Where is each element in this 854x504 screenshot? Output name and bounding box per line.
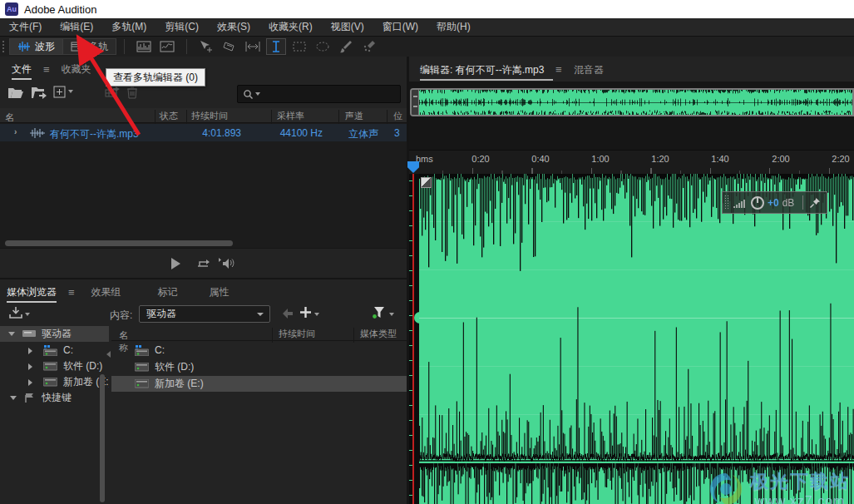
tab-files[interactable]: 文件 — [8, 57, 35, 82]
auto-play-speaker-icon[interactable] — [218, 256, 234, 270]
menu-multitrack[interactable]: 多轨(M) — [102, 18, 155, 36]
tab-markers[interactable]: 标记 — [155, 279, 181, 304]
insert-into-multitrack-icon[interactable] — [105, 86, 121, 99]
filter-icon[interactable] — [372, 306, 387, 319]
spot-healing-brush-tool-icon[interactable] — [359, 38, 379, 55]
timeline-major-ticks — [472, 168, 854, 174]
timeline-ruler[interactable]: hms 0:20 0:40 1:00 1:20 1:40 2:00 2:20 — [409, 150, 854, 174]
pin-icon[interactable] — [809, 197, 821, 209]
search-icon — [243, 89, 254, 100]
overview-range-handle[interactable] — [412, 90, 419, 115]
content-dropdown[interactable]: 驱动器 — [139, 305, 270, 323]
gain-hud[interactable]: +0 dB — [722, 191, 827, 214]
spectral-pitch-icon[interactable] — [157, 38, 177, 55]
tab-properties[interactable]: 属性 — [206, 279, 233, 304]
tab-media-browser[interactable]: 媒体浏览器 — [3, 279, 60, 304]
file-row[interactable]: › 有何不可--许嵩.mp3 4:01.893 44100 Hz 立体声 3 — [0, 124, 407, 141]
watermark-site-url: www.xz7.com — [755, 494, 846, 504]
delete-icon[interactable] — [126, 86, 138, 99]
files-horizontal-scrollbar[interactable] — [0, 239, 407, 248]
play-button[interactable] — [171, 258, 180, 269]
editor-panel-menu-icon[interactable]: ≡ — [555, 63, 562, 76]
column-sample-rate[interactable]: 采样率 — [277, 110, 304, 122]
window-title: Adobe Audition — [24, 3, 96, 16]
gain-value[interactable]: +0 — [768, 197, 779, 209]
column-channels[interactable]: 声道 — [345, 110, 363, 122]
menu-file[interactable]: 文件(F) — [0, 18, 51, 36]
back-arrow-icon[interactable] — [281, 308, 294, 319]
list-item-drive-e[interactable]: 新加卷 (E:) — [111, 376, 407, 392]
open-file-icon[interactable] — [7, 86, 24, 99]
menu-help[interactable]: 帮助(H) — [427, 18, 480, 36]
tab-favorites[interactable]: 收藏夹 — [58, 57, 95, 82]
multitrack-view-button[interactable]: 多轨 — [63, 38, 116, 55]
marquee-selection-tool-icon[interactable] — [289, 38, 309, 55]
waveform-view-button[interactable]: 波形 — [9, 38, 63, 55]
import-file-icon[interactable] — [31, 86, 49, 99]
waveform-overview-strip[interactable] — [410, 88, 854, 116]
search-input[interactable] — [237, 85, 401, 103]
tab-editor[interactable]: 编辑器: 有何不可--许嵩.mp3 — [420, 63, 544, 77]
hud-drag-handle[interactable] — [724, 195, 729, 210]
waveform-view-icon — [17, 41, 31, 52]
timeline-tick-label: 1:20 — [642, 154, 679, 164]
list-item-drive-c[interactable]: C: — [111, 343, 407, 358]
expand-chevron-icon — [28, 348, 32, 354]
tree-item-drive-e[interactable]: 新加卷 (E:) — [0, 374, 109, 390]
menu-clip[interactable]: 剪辑(C) — [155, 18, 208, 36]
menu-view[interactable]: 视图(V) — [322, 18, 373, 36]
menu-window[interactable]: 窗口(W) — [373, 18, 427, 36]
column-duration[interactable]: 持续时间 — [191, 110, 228, 122]
slip-tool-icon[interactable] — [243, 38, 263, 55]
lasso-selection-tool-icon[interactable] — [313, 38, 333, 55]
column-bit-depth[interactable]: 位 — [393, 110, 402, 122]
time-selection-tool-icon[interactable] — [266, 38, 286, 55]
tree-item-drive-d[interactable]: 软件 (D:) — [0, 358, 109, 374]
add-shortcut-icon[interactable] — [299, 306, 312, 319]
toolbar-grip[interactable] — [2, 40, 6, 53]
paintbrush-tool-icon[interactable] — [336, 38, 356, 55]
files-panel-menu-icon[interactable]: ≡ — [43, 63, 50, 76]
search-options-icon[interactable] — [255, 92, 260, 96]
column-duration[interactable]: 持续时间 — [279, 328, 315, 340]
tree-item-shortcuts[interactable]: 快捷键 — [0, 390, 109, 406]
loop-playback-button[interactable] — [196, 257, 211, 270]
move-tool-icon[interactable] — [196, 38, 216, 55]
tab-effects-rack[interactable]: 效果组 — [88, 279, 125, 304]
menu-edit[interactable]: 编辑(E) — [51, 18, 102, 36]
menu-effects[interactable]: 效果(S) — [208, 18, 259, 36]
editor-panel: 编辑器: 有何不可--许嵩.mp3 ≡ 混音器 hms 0:20 0:40 1:… — [409, 57, 854, 504]
tree-scrollbar[interactable] — [100, 374, 105, 502]
razor-tool-icon[interactable] — [220, 38, 239, 55]
column-media-type[interactable]: 媒体类型 — [360, 328, 397, 340]
timeline-tick-label: 1:00 — [582, 154, 619, 164]
hud-separator — [802, 195, 803, 210]
drive-icon — [135, 363, 149, 372]
content-dropdown-value: 驱动器 — [146, 308, 176, 319]
tree-item-drive-c[interactable]: C: — [0, 343, 109, 358]
tab-mixer[interactable]: 混音器 — [574, 63, 604, 77]
title-bar: Au Adobe Audition — [0, 0, 854, 18]
import-media-icon[interactable] — [8, 306, 23, 319]
new-item-dropdown-icon[interactable] — [67, 93, 73, 105]
tree-item-drives[interactable]: 驱动器 — [0, 326, 109, 342]
file-sample-rate: 44100 Hz — [271, 127, 323, 139]
column-status[interactable]: 状态 — [160, 110, 178, 122]
chevron-down-icon — [257, 313, 264, 316]
editor-tabs: 编辑器: 有何不可--许嵩.mp3 ≡ 混音器 — [409, 57, 854, 82]
spectral-display-icon[interactable] — [134, 38, 154, 55]
watermark-site-name: 极光下载站 — [750, 469, 850, 494]
new-item-icon[interactable] — [53, 86, 67, 99]
fade-in-handle[interactable] — [421, 177, 432, 188]
splitter-collapse-icon[interactable] — [106, 351, 111, 358]
media-browser-menu-icon[interactable]: ≡ — [68, 286, 75, 299]
list-item-drive-d[interactable]: 软件 (D:) — [111, 359, 407, 375]
gain-knob[interactable] — [751, 196, 764, 210]
volume-bars-icon — [733, 197, 748, 209]
overview-waveform-canvas[interactable] — [419, 90, 852, 115]
menu-favorites[interactable]: 收藏夹(R) — [259, 18, 322, 36]
collapse-chevron-icon — [8, 332, 15, 336]
expand-chevron-icon[interactable]: › — [14, 127, 17, 136]
media-browser-toolbar: 内容: 驱动器 — [0, 303, 407, 326]
waveform-display[interactable] — [409, 174, 854, 504]
